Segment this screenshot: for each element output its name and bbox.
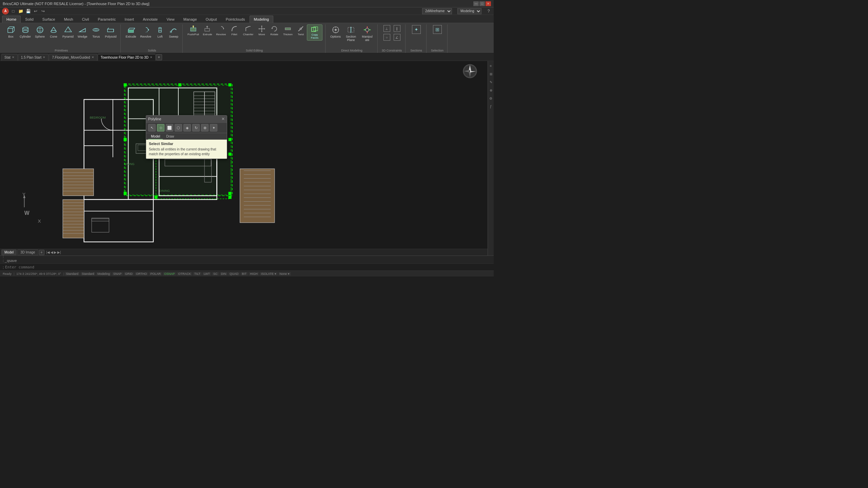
box-button[interactable]: Box <box>5 24 17 39</box>
sidebar-icon-3[interactable]: ✎ <box>488 79 494 85</box>
pyramid-button[interactable]: Pyramid <box>61 24 75 39</box>
wedge-button[interactable]: Wedge <box>76 24 88 39</box>
polyline-close-button[interactable]: ✕ <box>221 117 225 121</box>
tab-view[interactable]: View <box>162 16 179 23</box>
constraint1-button[interactable]: ⊥ <box>382 24 392 33</box>
sweep-button[interactable]: Sweep <box>167 24 180 39</box>
redo-button[interactable]: ↪ <box>40 8 46 14</box>
tab-output[interactable]: Output <box>201 16 221 23</box>
pl-star-btn[interactable]: ✦ <box>210 124 217 131</box>
doc-tab-plan[interactable]: 1.5 Plan Start ✕ <box>18 54 49 61</box>
chamfer-button[interactable]: Chamfer <box>241 24 255 37</box>
rotate-button[interactable]: Rotate <box>268 24 280 37</box>
minimize-button[interactable]: — <box>473 1 479 6</box>
pl-3d-box-btn[interactable]: ⬡ <box>175 124 182 131</box>
sidebar-icon-1[interactable]: ≡ <box>488 63 494 68</box>
status-modeling[interactable]: Modeling <box>96 272 111 276</box>
tab-solid[interactable]: Solid <box>21 16 38 23</box>
maximize-button[interactable]: □ <box>479 1 485 6</box>
doc-tab-floorplan[interactable]: 7.Floorplan_MoveGuided ✕ <box>49 54 97 61</box>
status-din[interactable]: DIN <box>220 272 228 276</box>
status-osnap[interactable]: OSNAP <box>163 272 176 276</box>
manipulate-button[interactable]: Manipulate <box>360 24 375 43</box>
status-grid[interactable]: GRID <box>124 272 134 276</box>
tab-modeling[interactable]: Modeling <box>250 16 274 23</box>
twist-button[interactable]: Twist <box>295 24 306 37</box>
torus-button[interactable]: Torus <box>90 24 102 39</box>
doc-tab-floorplan-close[interactable]: ✕ <box>92 56 94 59</box>
tab-nav-prev[interactable]: ◀ <box>51 250 53 254</box>
status-polar[interactable]: POLAR <box>149 272 162 276</box>
status-tilt[interactable]: TILT <box>193 272 202 276</box>
command-input[interactable] <box>5 265 491 269</box>
tab-nav-next-next[interactable]: ▶| <box>57 250 61 254</box>
section-plane-button[interactable]: Section Plane <box>343 24 358 43</box>
sections-btn[interactable]: ✦ <box>410 24 422 35</box>
status-quad[interactable]: QUAD <box>228 272 240 276</box>
thicken-button[interactable]: Thicken <box>281 24 295 37</box>
view-dropdown[interactable]: 2dWireframe <box>422 8 452 14</box>
status-bit[interactable]: BIT <box>240 272 248 276</box>
status-lwt[interactable]: LWT <box>202 272 211 276</box>
tab-mesh[interactable]: Mesh <box>60 16 78 23</box>
doc-tab-stat-close[interactable]: ✕ <box>12 56 15 59</box>
tab-surface[interactable]: Surface <box>38 16 60 23</box>
pl-tab-model[interactable]: Model <box>148 134 163 140</box>
tab-insert[interactable]: Insert <box>120 16 139 23</box>
tab-nav-next[interactable]: ▶ <box>54 250 57 254</box>
status-otrack[interactable]: OTRACK <box>177 272 192 276</box>
open-button[interactable]: 📁 <box>18 8 24 14</box>
solid-revolve-button[interactable]: Revolve <box>215 24 228 37</box>
workspace-dropdown[interactable]: Modeling <box>457 8 481 14</box>
pl-cursor-btn[interactable]: ⊹ <box>157 124 164 131</box>
sidebar-icon-4[interactable]: ⊕ <box>488 87 494 93</box>
doc-tab-townhouse-close[interactable]: ✕ <box>150 56 153 59</box>
cone-button[interactable]: Cone <box>47 24 60 39</box>
pl-select-btn[interactable]: ↖ <box>148 124 156 131</box>
sidebar-icon-6[interactable]: ƒ <box>488 104 494 109</box>
status-standard-1[interactable]: Standard <box>64 272 80 276</box>
save-button[interactable]: 💾 <box>25 8 31 14</box>
pl-box-select-btn[interactable]: ⬜ <box>166 124 173 131</box>
status-none-dropdown[interactable]: None ▾ <box>278 272 291 276</box>
tab-home[interactable]: Home <box>2 16 21 23</box>
status-ortho[interactable]: ORTHO <box>135 272 148 276</box>
close-button[interactable]: ✕ <box>486 1 491 6</box>
tab-civil[interactable]: Civil <box>78 16 94 23</box>
extrude-button[interactable]: Extrude <box>124 24 137 39</box>
doc-tab-add[interactable]: + <box>156 54 162 60</box>
doc-tab-plan-close[interactable]: ✕ <box>43 56 45 59</box>
cylinder-button[interactable]: Cylinder <box>18 24 32 39</box>
constraint4-button[interactable]: ∠ <box>392 33 402 41</box>
doc-tab-stat[interactable]: Stat ✕ <box>1 54 18 61</box>
polysolid-button[interactable]: Polysoid <box>103 24 118 39</box>
doc-tab-townhouse[interactable]: Townhouse Floor Plan 2D to 3D ✕ <box>98 54 156 61</box>
status-standard-2[interactable]: Standard <box>80 272 96 276</box>
copy-faces-button[interactable]: Copy Faces <box>307 24 322 41</box>
selection-btn[interactable]: ⊞ <box>431 24 443 35</box>
move-button[interactable]: Move <box>256 24 268 37</box>
sidebar-icon-2[interactable]: ⊞ <box>488 71 494 77</box>
status-sc[interactable]: SC <box>212 272 219 276</box>
pl-tab-draw[interactable]: Draw <box>163 134 177 140</box>
status-isolate-dropdown[interactable]: ISOLATE ▾ <box>260 272 278 276</box>
tab-annotate[interactable]: Annotate <box>138 16 162 23</box>
sidebar-icon-5[interactable]: ⚙ <box>488 96 494 101</box>
pl-custom-btn[interactable]: ⊕ <box>201 124 209 131</box>
tab-pointclouds[interactable]: Pointclouds <box>221 16 250 23</box>
tab-parametric[interactable]: Parametric <box>93 16 120 23</box>
sphere-button[interactable]: Sphere <box>34 24 46 39</box>
constraint2-button[interactable]: ∥ <box>392 24 402 33</box>
status-high[interactable]: HIGH <box>249 272 259 276</box>
tab-manage[interactable]: Manage <box>179 16 201 23</box>
pl-3d-rotate-btn[interactable]: ↻ <box>192 124 200 131</box>
app-menu-button[interactable]: A <box>2 8 9 15</box>
options-button[interactable]: Options <box>329 24 342 39</box>
undo-button[interactable]: ↩ <box>33 8 39 14</box>
fillet-button[interactable]: Fillet <box>228 24 240 37</box>
loft-button[interactable]: Loft <box>154 24 166 39</box>
status-snap[interactable]: SNAP <box>112 272 123 276</box>
pushpull-button[interactable]: Push/Pull <box>186 24 200 37</box>
constraint3-button[interactable]: ○ <box>382 33 392 41</box>
new-button[interactable]: □ <box>10 8 16 14</box>
